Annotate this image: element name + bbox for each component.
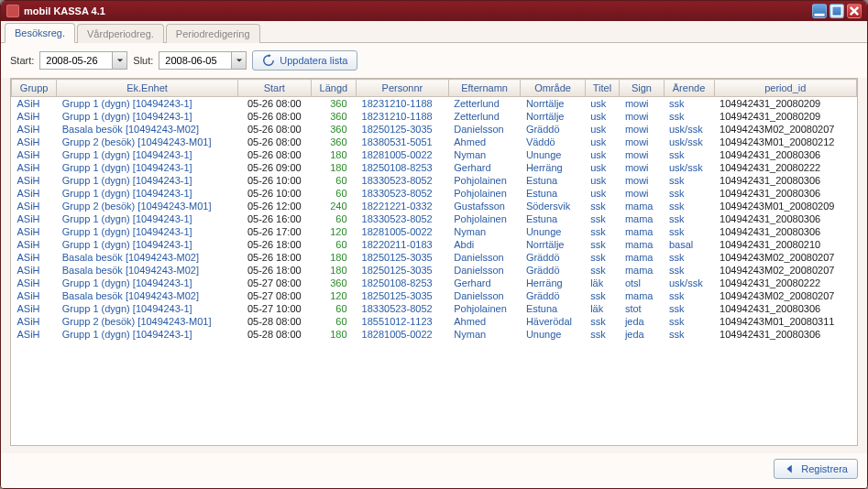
column-header[interactable]: Personnr (357, 80, 449, 97)
table-cell: basal (664, 238, 714, 251)
table-cell: usk (585, 187, 620, 200)
table-cell: 60 (311, 302, 356, 315)
update-list-label: Uppdatera lista (280, 55, 347, 66)
end-date-input[interactable] (159, 53, 231, 68)
arrow-left-icon (784, 462, 797, 475)
register-label: Registrera (801, 463, 848, 474)
table-cell: usk (585, 110, 620, 123)
column-header[interactable]: Längd (311, 80, 356, 97)
table-row[interactable]: ASiHBasala besök [10494243-M02]05-26 08:… (12, 123, 857, 136)
tab-bar: Besöksreg. Vårdperiodreg. Periodredigeri… (1, 21, 867, 43)
table-cell: 104942431_20080222 (714, 161, 856, 174)
table-cell: 05-28 08:00 (237, 315, 311, 328)
table-row[interactable]: ASiHGrupp 1 (dygn) [10494243-1]05-26 09:… (12, 161, 857, 174)
table-cell: Estuna (521, 212, 585, 225)
table-cell: 60 (311, 238, 356, 251)
table-cell: ssk (664, 264, 714, 277)
table-cell: mowi (620, 97, 664, 111)
table-cell: jeda (620, 328, 664, 341)
end-date-dropdown-button[interactable] (231, 52, 246, 69)
close-icon (848, 5, 861, 17)
table-cell: ssk (585, 251, 620, 264)
start-date-combo[interactable] (39, 51, 127, 70)
table-cell: läk (585, 277, 620, 289)
table-cell: Nyman (448, 328, 521, 341)
table-cell: mowi (620, 174, 664, 187)
table-cell: Ununge (521, 148, 585, 161)
svg-rect-1 (831, 5, 841, 16)
table-cell: Danielsson (448, 289, 521, 302)
title-bar: mobil KASSA 4.1 (1, 1, 867, 21)
column-header[interactable]: Ek.Enhet (57, 80, 238, 97)
column-header[interactable]: Område (521, 80, 585, 97)
table-cell: ASiH (12, 238, 57, 251)
table-row[interactable]: ASiHGrupp 1 (dygn) [10494243-1]05-26 18:… (12, 238, 857, 251)
table-row[interactable]: ASiHGrupp 1 (dygn) [10494243-1]05-27 10:… (12, 302, 857, 315)
table-cell: ASiH (12, 315, 57, 328)
table-row[interactable]: ASiHBasala besök [10494243-M02]05-26 18:… (12, 264, 857, 277)
table-cell: 05-26 08:00 (237, 148, 311, 161)
table-row[interactable]: ASiHGrupp 1 (dygn) [10494243-1]05-26 16:… (12, 212, 857, 225)
table-row[interactable]: ASiHGrupp 1 (dygn) [10494243-1]05-26 10:… (12, 187, 857, 200)
register-button[interactable]: Registrera (774, 459, 858, 479)
table-row[interactable]: ASiHGrupp 1 (dygn) [10494243-1]05-28 08:… (12, 328, 857, 341)
table-cell: 60 (311, 315, 356, 328)
visits-grid[interactable]: GruppEk.EnhetStartLängdPersonnrEfternamn… (10, 78, 858, 446)
table-cell: ASiH (12, 289, 57, 302)
table-cell: ssk (664, 289, 714, 302)
column-header[interactable]: Efternamn (448, 80, 521, 97)
slut-label: Slut: (133, 55, 153, 66)
column-header[interactable]: Ärende (664, 80, 714, 97)
table-cell: Norrtälje (521, 238, 585, 251)
start-date-dropdown-button[interactable] (112, 52, 126, 69)
table-row[interactable]: ASiHBasala besök [10494243-M02]05-26 18:… (12, 251, 857, 264)
table-cell: 05-26 10:00 (237, 187, 311, 200)
table-cell: ssk (664, 148, 714, 161)
table-cell: 180 (311, 251, 356, 264)
start-date-input[interactable] (40, 53, 112, 68)
table-cell: ASiH (12, 97, 57, 111)
table-cell: läk (585, 302, 620, 315)
table-row[interactable]: ASiHGrupp 1 (dygn) [10494243-1]05-26 08:… (12, 110, 857, 123)
minimize-icon (813, 5, 826, 17)
column-header[interactable]: Grupp (12, 80, 57, 97)
table-row[interactable]: ASiHGrupp 2 (besök) [10494243-M01]05-28 … (12, 315, 857, 328)
table-cell: 18250125-3035 (357, 289, 449, 302)
table-cell: jeda (620, 315, 664, 328)
table-cell: 05-26 08:00 (237, 97, 311, 111)
table-cell: 18330523-8052 (357, 212, 449, 225)
table-cell: 18250125-3035 (357, 251, 449, 264)
table-row[interactable]: ASiHGrupp 1 (dygn) [10494243-1]05-26 08:… (12, 148, 857, 161)
tab-vardperiodreg[interactable]: Vårdperiodreg. (77, 24, 164, 43)
table-cell: mama (620, 264, 664, 277)
update-list-button[interactable]: Uppdatera lista (252, 50, 357, 71)
column-header[interactable]: Sign (620, 80, 664, 97)
table-row[interactable]: ASiHGrupp 1 (dygn) [10494243-1]05-26 08:… (12, 97, 857, 111)
table-row[interactable]: ASiHGrupp 1 (dygn) [10494243-1]05-27 08:… (12, 277, 857, 289)
column-header[interactable]: Start (237, 80, 311, 97)
table-cell: ASiH (12, 110, 57, 123)
end-date-combo[interactable] (159, 51, 247, 70)
table-cell: 360 (311, 110, 356, 123)
table-cell: mowi (620, 187, 664, 200)
table-row[interactable]: ASiHGrupp 2 (besök) [10494243-M01]05-26 … (12, 200, 857, 212)
table-cell: ssk (585, 238, 620, 251)
table-cell: 18231210-1188 (357, 97, 449, 111)
table-cell: 05-26 10:00 (237, 174, 311, 187)
table-row[interactable]: ASiHBasala besök [10494243-M02]05-27 08:… (12, 289, 857, 302)
table-cell: 360 (311, 277, 356, 289)
tab-periodredigering[interactable]: Periodredigering (166, 24, 260, 43)
table-row[interactable]: ASiHGrupp 1 (dygn) [10494243-1]05-26 17:… (12, 225, 857, 238)
column-header[interactable]: period_id (714, 80, 856, 97)
tab-besoksreg[interactable]: Besöksreg. (5, 23, 75, 43)
refresh-icon (262, 54, 275, 67)
table-row[interactable]: ASiHGrupp 2 (besök) [10494243-M01]05-26 … (12, 136, 857, 148)
table-row[interactable]: ASiHGrupp 1 (dygn) [10494243-1]05-26 10:… (12, 174, 857, 187)
maximize-button[interactable] (830, 4, 844, 18)
table-cell: mowi (620, 148, 664, 161)
minimize-button[interactable] (812, 4, 827, 18)
table-cell: Pohjolainen (448, 187, 521, 200)
close-button[interactable] (847, 4, 862, 18)
table-cell: usk/ssk (664, 136, 714, 148)
column-header[interactable]: Titel (585, 80, 620, 97)
